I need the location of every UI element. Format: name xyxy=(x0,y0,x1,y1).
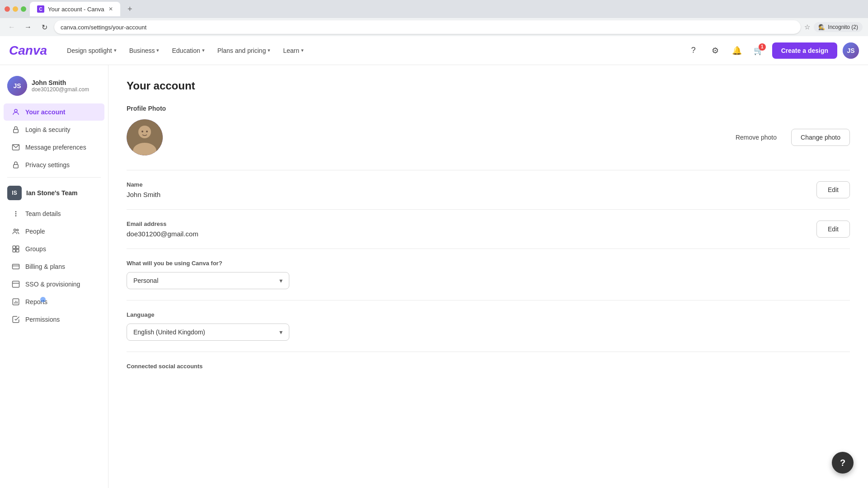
help-btn[interactable]: ? xyxy=(685,42,702,59)
close-window-btn[interactable] xyxy=(5,6,10,12)
nav-learn-label: Learn xyxy=(283,47,299,54)
team-avatar: IS xyxy=(7,186,22,200)
profile-photo-image xyxy=(127,119,163,155)
nav-education[interactable]: Education ▾ xyxy=(166,43,210,58)
name-label: Name xyxy=(127,181,809,188)
email-edit-btn[interactable]: Edit xyxy=(816,221,850,238)
main-content: Your account Profile Photo xyxy=(108,65,868,488)
content-area: JS John Smith doe301200@gmail.com Your a… xyxy=(0,65,868,488)
team-details-icon xyxy=(11,210,21,218)
create-design-btn[interactable]: Create a design xyxy=(772,42,837,59)
groups-icon xyxy=(11,245,21,253)
change-photo-btn[interactable]: Change photo xyxy=(791,129,850,146)
gear-icon: ⚙ xyxy=(712,46,719,56)
browser-window-controls xyxy=(5,6,26,12)
svg-point-19 xyxy=(138,126,151,138)
sidebar-item-groups[interactable]: Groups xyxy=(4,240,104,258)
back-btn[interactable]: ← xyxy=(5,21,18,33)
incognito-icon: 🕵 xyxy=(818,24,825,30)
forward-btn[interactable]: → xyxy=(22,21,34,33)
user-avatar-image: JS xyxy=(843,42,859,59)
sidebar-item-login-security[interactable]: Login & security xyxy=(4,121,104,138)
browser-toolbar: ← → ↻ ☆ 🕵 Incognito (2) xyxy=(0,18,868,36)
nav-learn[interactable]: Learn ▾ xyxy=(278,43,309,58)
people-icon xyxy=(11,227,21,235)
notifications-btn[interactable]: 🔔 xyxy=(729,42,745,59)
refresh-btn[interactable]: ↻ xyxy=(38,21,51,33)
avatar-initials: JS xyxy=(7,76,27,96)
tab-favicon: C xyxy=(37,5,44,13)
profile-photo xyxy=(127,119,163,155)
sidebar-item-label: SSO & provisioning xyxy=(25,281,80,288)
language-section: Language English (United Kingdom) ▾ xyxy=(127,300,850,352)
language-dropdown[interactable]: English (United Kingdom) ▾ xyxy=(127,324,289,341)
svg-rect-15 xyxy=(13,281,19,287)
svg-rect-11 xyxy=(13,249,15,252)
tab-close-btn[interactable]: ✕ xyxy=(108,6,113,12)
tab-title: Your account - Canva xyxy=(48,6,104,13)
lock-icon xyxy=(11,126,21,134)
nav-items: Design spotlight ▾ Business ▾ Education … xyxy=(61,43,685,58)
name-section: Name John Smith Edit xyxy=(127,170,850,209)
sidebar-team-header[interactable]: IS Ian Stone's Team xyxy=(0,181,108,205)
sidebar-item-billing-plans[interactable]: Billing & plans xyxy=(4,258,104,275)
nav-design-spotlight[interactable]: Design spotlight ▾ xyxy=(61,43,122,58)
name-edit-btn[interactable]: Edit xyxy=(816,181,850,198)
social-section: Connected social accounts xyxy=(127,352,850,386)
sidebar-divider xyxy=(7,177,101,178)
settings-btn[interactable]: ⚙ xyxy=(707,42,723,59)
cart-badge: 1 xyxy=(759,43,766,51)
usage-section: What will you be using Canva for? Person… xyxy=(127,249,850,300)
url-bar[interactable] xyxy=(54,20,801,34)
sidebar-item-label: Groups xyxy=(25,245,46,253)
new-tab-btn[interactable]: + xyxy=(124,1,136,18)
remove-photo-btn[interactable]: Remove photo xyxy=(728,130,784,145)
chevron-down-icon: ▾ xyxy=(202,47,205,53)
user-avatar-nav[interactable]: JS xyxy=(843,42,859,59)
sidebar-item-label: Your account xyxy=(25,108,65,116)
sidebar: JS John Smith doe301200@gmail.com Your a… xyxy=(0,65,108,488)
svg-rect-3 xyxy=(14,164,19,168)
sidebar-item-people[interactable]: People xyxy=(4,223,104,240)
cart-btn[interactable]: 🛒 1 xyxy=(750,42,767,59)
sidebar-item-team-details[interactable]: Team details xyxy=(4,205,104,222)
bookmark-icon[interactable]: ☆ xyxy=(804,23,810,31)
incognito-profile[interactable]: 🕵 Incognito (2) xyxy=(814,22,863,32)
nav-plans-pricing[interactable]: Plans and pricing ▾ xyxy=(212,43,276,58)
bell-icon: 🔔 xyxy=(732,46,742,56)
account-icon xyxy=(11,108,21,116)
sidebar-item-permissions[interactable]: Permissions xyxy=(4,311,104,328)
sidebar-item-your-account[interactable]: Your account xyxy=(4,103,104,121)
email-label: Email address xyxy=(127,221,809,227)
canva-logo[interactable]: Canva xyxy=(9,43,47,58)
sidebar-item-privacy-settings[interactable]: Privacy settings xyxy=(4,156,104,174)
page-title: Your account xyxy=(127,80,850,92)
svg-point-21 xyxy=(142,131,143,132)
minimize-window-btn[interactable] xyxy=(13,6,18,12)
sidebar-item-sso[interactable]: SSO & provisioning xyxy=(4,276,104,293)
social-accounts-label: Connected social accounts xyxy=(127,363,850,370)
photo-actions: Remove photo Change photo xyxy=(728,129,850,146)
nav-design-spotlight-label: Design spotlight xyxy=(67,47,112,54)
browser-tab[interactable]: C Your account - Canva ✕ xyxy=(30,2,120,16)
message-icon xyxy=(11,143,21,151)
privacy-icon xyxy=(11,161,21,169)
sidebar-item-message-preferences[interactable]: Message preferences xyxy=(4,139,104,156)
svg-point-8 xyxy=(17,229,19,231)
svg-rect-1 xyxy=(14,129,19,133)
email-value: doe301200@gmail.com xyxy=(127,230,809,238)
usage-dropdown[interactable]: Personal ▾ xyxy=(127,272,289,289)
help-fab[interactable]: ? xyxy=(832,452,854,474)
nav-business[interactable]: Business ▾ xyxy=(124,43,165,58)
sidebar-item-reports[interactable]: Reports xyxy=(4,293,104,310)
chevron-down-icon: ▾ xyxy=(114,47,117,53)
language-dropdown-value: English (United Kingdom) xyxy=(133,328,205,336)
billing-icon xyxy=(11,263,21,271)
email-field-content: Email address doe301200@gmail.com xyxy=(127,221,809,238)
browser-titlebar: C Your account - Canva ✕ + xyxy=(0,0,868,18)
sidebar-user-email: doe301200@gmail.com xyxy=(32,86,89,93)
help-icon: ? xyxy=(691,46,696,55)
chevron-down-icon: ▾ xyxy=(301,47,304,53)
maximize-window-btn[interactable] xyxy=(21,6,26,12)
incognito-label: Incognito (2) xyxy=(828,24,858,30)
